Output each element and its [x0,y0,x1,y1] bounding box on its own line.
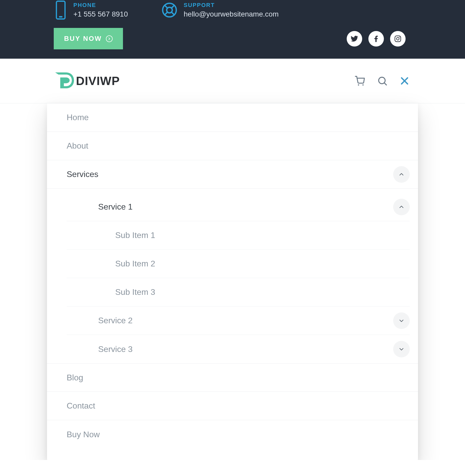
buy-now-label: BUY NOW [64,35,102,43]
svg-point-9 [397,37,399,40]
svg-line-5 [172,5,174,8]
menu-label: Home [67,113,89,122]
svg-point-12 [362,84,364,86]
menu-item-blog[interactable]: Blog [47,363,418,392]
menu-item-service-1[interactable]: Service 1 [67,193,410,221]
svg-point-11 [358,84,359,86]
menu-item-about[interactable]: About [47,132,418,160]
menu-item-buy-now[interactable]: Buy Now [47,420,418,449]
logo-mark-icon [54,70,75,92]
svg-line-7 [172,12,174,15]
support-email: hello@yourwebsitename.com [184,10,279,18]
menu-item-home[interactable]: Home [47,103,418,132]
cart-icon[interactable] [354,75,365,86]
chevron-down-icon[interactable] [393,312,410,329]
mobile-menu-panel: Home About Services Service 1 Sub Item 1 [47,103,418,460]
menu-label: Contact [67,401,95,411]
chevron-down-icon[interactable] [393,341,410,357]
menu-label: Blog [67,373,83,382]
svg-line-4 [165,5,167,8]
phone-label: PHONE [73,2,128,9]
svg-point-10 [399,36,400,37]
search-icon[interactable] [377,76,388,86]
phone-value: +1 555 567 8910 [73,10,128,18]
menu-item-service-3[interactable]: Service 3 [67,335,410,363]
menu-label: Sub Item 3 [115,287,155,297]
close-menu-icon[interactable] [399,76,410,86]
phone-block: PHONE +1 555 567 8910 [54,0,128,20]
menu-label: Services [67,170,98,179]
menu-label: About [67,141,88,151]
menu-label: Service 2 [98,316,133,325]
site-logo[interactable]: DIVIWP [54,70,120,92]
main-header: DIVIWP [0,59,465,103]
facebook-icon[interactable] [368,31,384,47]
svg-line-6 [165,12,167,15]
chevron-right-icon [106,35,113,42]
menu-label: Service 1 [98,202,133,212]
menu-item-service-2[interactable]: Service 2 [67,306,410,335]
social-links [347,31,410,47]
support-label: SUPPORT [184,2,279,9]
menu-label: Service 3 [98,344,133,354]
menu-label: Buy Now [67,430,100,439]
chevron-up-icon[interactable] [393,166,410,183]
logo-text: DIVIWP [76,74,120,88]
menu-item-contact[interactable]: Contact [47,392,418,420]
menu-label: Sub Item 2 [115,259,155,268]
menu-item-sub-3[interactable]: Sub Item 3 [67,278,410,306]
instagram-icon[interactable] [390,31,406,47]
menu-item-sub-2[interactable]: Sub Item 2 [67,250,410,278]
phone-icon [54,0,67,20]
svg-point-3 [167,7,172,13]
support-block: SUPPORT hello@yourwebsitename.com [161,0,279,20]
chevron-up-icon[interactable] [393,199,410,215]
life-ring-icon [161,2,177,18]
menu-label: Sub Item 1 [115,231,155,240]
twitter-icon[interactable] [347,31,362,47]
menu-item-sub-1[interactable]: Sub Item 1 [67,221,410,250]
buy-now-button[interactable]: BUY NOW [54,28,123,49]
topbar: PHONE +1 555 567 8910 SUPPORT [0,0,465,59]
svg-line-14 [384,83,386,85]
menu-item-services[interactable]: Services [47,160,418,189]
